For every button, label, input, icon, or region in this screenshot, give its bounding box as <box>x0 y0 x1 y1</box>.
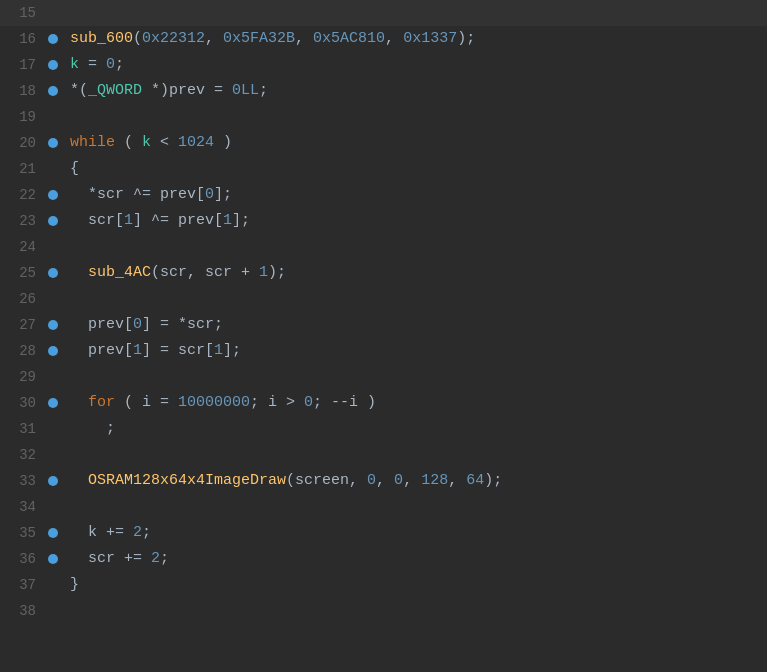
line-number: 16 <box>8 26 46 52</box>
code-editor: 1516sub_600(0x22312, 0x5FA32B, 0x5AC810,… <box>0 0 767 672</box>
breakpoint-dot <box>48 34 58 44</box>
code-line: 31 ; <box>0 416 767 442</box>
code-line: 15 <box>0 0 767 26</box>
line-number: 37 <box>8 572 46 598</box>
line-number: 23 <box>8 208 46 234</box>
code-line: 19 <box>0 104 767 130</box>
line-number: 29 <box>8 364 46 390</box>
line-number: 27 <box>8 312 46 338</box>
code-content: scr[1] ^= prev[1]; <box>66 208 759 234</box>
code-content: while ( k < 1024 ) <box>66 130 759 156</box>
breakpoint-dot <box>48 60 58 70</box>
code-line: 32 <box>0 442 767 468</box>
line-number: 34 <box>8 494 46 520</box>
breakpoint-dot <box>48 476 58 486</box>
code-content: prev[0] = *scr; <box>66 312 759 338</box>
breakpoint-area[interactable] <box>46 34 60 44</box>
line-number: 33 <box>8 468 46 494</box>
code-line: 27 prev[0] = *scr; <box>0 312 767 338</box>
line-number: 19 <box>8 104 46 130</box>
code-content: } <box>66 572 759 598</box>
code-content: scr += 2; <box>66 546 759 572</box>
breakpoint-area[interactable] <box>46 86 60 96</box>
code-content: prev[1] = scr[1]; <box>66 338 759 364</box>
breakpoint-area[interactable] <box>46 190 60 200</box>
breakpoint-area[interactable] <box>46 320 60 330</box>
code-line: 21{ <box>0 156 767 182</box>
breakpoint-area[interactable] <box>46 138 60 148</box>
line-number: 21 <box>8 156 46 182</box>
code-line: 23 scr[1] ^= prev[1]; <box>0 208 767 234</box>
code-line: 36 scr += 2; <box>0 546 767 572</box>
line-number: 17 <box>8 52 46 78</box>
breakpoint-area[interactable] <box>46 346 60 356</box>
code-line: 28 prev[1] = scr[1]; <box>0 338 767 364</box>
line-number: 36 <box>8 546 46 572</box>
breakpoint-area[interactable] <box>46 398 60 408</box>
breakpoint-area[interactable] <box>46 476 60 486</box>
line-number: 28 <box>8 338 46 364</box>
breakpoint-dot <box>48 138 58 148</box>
code-line: 17k = 0; <box>0 52 767 78</box>
code-line: 38 <box>0 598 767 624</box>
line-number: 38 <box>8 598 46 624</box>
code-line: 20while ( k < 1024 ) <box>0 130 767 156</box>
line-number: 18 <box>8 78 46 104</box>
code-line: 26 <box>0 286 767 312</box>
line-number: 22 <box>8 182 46 208</box>
code-content: k += 2; <box>66 520 759 546</box>
line-number: 25 <box>8 260 46 286</box>
line-number: 20 <box>8 130 46 156</box>
code-line: 30 for ( i = 10000000; i > 0; --i ) <box>0 390 767 416</box>
code-line: 29 <box>0 364 767 390</box>
code-line: 33 OSRAM128x64x4ImageDraw(screen, 0, 0, … <box>0 468 767 494</box>
line-number: 32 <box>8 442 46 468</box>
code-line: 24 <box>0 234 767 260</box>
breakpoint-dot <box>48 190 58 200</box>
breakpoint-dot <box>48 216 58 226</box>
code-line: 35 k += 2; <box>0 520 767 546</box>
code-content: *scr ^= prev[0]; <box>66 182 759 208</box>
breakpoint-dot <box>48 528 58 538</box>
code-content: *(_QWORD *)prev = 0LL; <box>66 78 759 104</box>
code-content: sub_4AC(scr, scr + 1); <box>66 260 759 286</box>
line-number: 26 <box>8 286 46 312</box>
code-content: { <box>66 156 759 182</box>
breakpoint-area[interactable] <box>46 60 60 70</box>
code-content: ; <box>66 416 759 442</box>
breakpoint-dot <box>48 346 58 356</box>
code-line: 22 *scr ^= prev[0]; <box>0 182 767 208</box>
code-line: 37} <box>0 572 767 598</box>
breakpoint-dot <box>48 268 58 278</box>
breakpoint-dot <box>48 398 58 408</box>
code-content: for ( i = 10000000; i > 0; --i ) <box>66 390 759 416</box>
line-number: 35 <box>8 520 46 546</box>
line-number: 31 <box>8 416 46 442</box>
code-line: 34 <box>0 494 767 520</box>
code-line: 18*(_QWORD *)prev = 0LL; <box>0 78 767 104</box>
line-number: 30 <box>8 390 46 416</box>
code-line: 25 sub_4AC(scr, scr + 1); <box>0 260 767 286</box>
code-content: sub_600(0x22312, 0x5FA32B, 0x5AC810, 0x1… <box>66 26 759 52</box>
code-content: OSRAM128x64x4ImageDraw(screen, 0, 0, 128… <box>66 468 759 494</box>
line-number: 15 <box>8 0 46 26</box>
breakpoint-area[interactable] <box>46 528 60 538</box>
breakpoint-dot <box>48 86 58 96</box>
breakpoint-area[interactable] <box>46 268 60 278</box>
code-content: k = 0; <box>66 52 759 78</box>
breakpoint-dot <box>48 554 58 564</box>
breakpoint-area[interactable] <box>46 554 60 564</box>
code-line: 16sub_600(0x22312, 0x5FA32B, 0x5AC810, 0… <box>0 26 767 52</box>
line-number: 24 <box>8 234 46 260</box>
breakpoint-dot <box>48 320 58 330</box>
breakpoint-area[interactable] <box>46 216 60 226</box>
